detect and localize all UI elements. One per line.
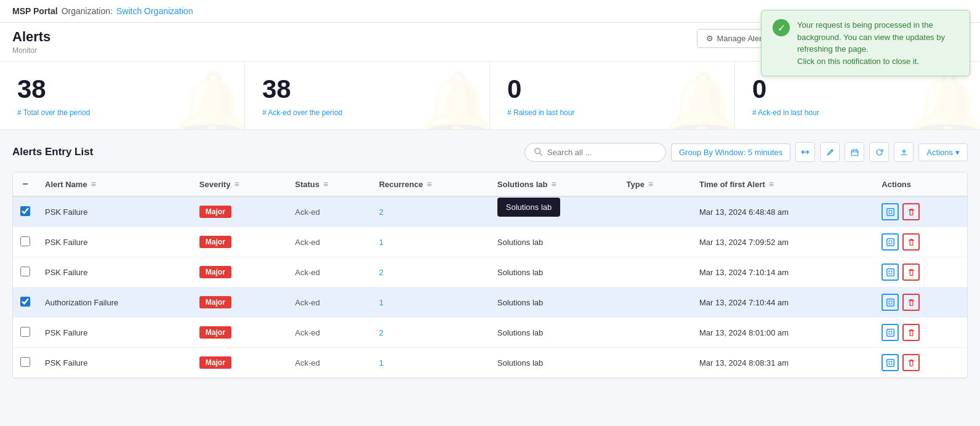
row-solutions-lab: Solutions lab [490,257,619,287]
row-checkbox-1[interactable] [20,236,30,246]
status-menu-icon[interactable]: ≡ [323,179,328,189]
row-checkbox-cell [13,348,38,378]
alert-name-menu-icon[interactable]: ≡ [91,179,96,189]
row-actions [874,227,967,257]
recurrence-link[interactable]: 2 [379,207,384,217]
row-time: Mar 13, 2024 8:08:31 am [692,348,874,378]
row-status: Ack-ed [287,348,371,378]
row-recurrence: 1 [372,287,490,318]
switch-org-link[interactable]: Switch Organization [116,6,193,16]
recurrence-link[interactable]: 2 [379,268,384,277]
solutions-lab-menu-icon[interactable]: ≡ [551,179,556,189]
delete-button-0[interactable] [902,203,920,220]
calendar-button[interactable] [845,142,864,162]
severity-badge: Major [199,266,231,278]
actions-dropdown-button[interactable]: Actions ▾ [918,143,968,161]
row-checkbox-5[interactable] [20,357,30,367]
stat-card-2: 0 # Raised in last hour 🔔 [490,62,735,129]
row-status: Ack-ed [287,196,371,227]
row-type [619,257,692,287]
row-checkbox-cell [13,227,38,257]
recurrence-link[interactable]: 1 [379,238,384,247]
delete-button-4[interactable] [902,324,920,341]
recurrence-menu-icon[interactable]: ≡ [427,179,432,189]
recurrence-link[interactable]: 1 [379,358,384,368]
row-actions [874,196,967,227]
expand-button-1[interactable] [882,233,899,251]
row-recurrence: 1 [372,227,490,257]
table-row: PSK Failure Major Ack-ed 2 Solutions lab… [13,318,967,348]
search-input[interactable] [547,148,657,157]
group-by-selector[interactable]: Group By Window: 5 minutes [671,143,790,161]
recurrence-link[interactable]: 2 [379,328,384,337]
row-type [619,227,692,257]
row-actions [874,257,967,287]
row-time: Mar 13, 2024 8:01:00 am [692,318,874,348]
row-solutions-lab: Solutions lab [490,196,619,227]
delete-button-3[interactable] [902,294,920,311]
row-alert-name: PSK Failure [38,318,192,348]
delete-button-1[interactable] [902,233,920,251]
upload-button[interactable] [894,142,914,162]
stat-card-0: 38 # Total over the period 🔔 [0,62,245,129]
row-checkbox-cell [13,196,38,227]
row-recurrence: 2 [372,196,490,227]
row-status: Ack-ed [287,227,371,257]
row-recurrence: 1 [372,348,490,378]
expand-button-2[interactable] [882,263,899,281]
alerts-section: Alerts Entry List Group By Window: 5 min… [0,130,980,391]
table-row: Authorization Failure Major Ack-ed 1 Sol… [13,287,967,318]
edit-button[interactable] [820,142,840,162]
row-severity: Major [192,287,287,318]
row-checkbox-2[interactable] [20,267,30,276]
row-severity: Major [192,227,287,257]
svg-line-1 [540,153,542,155]
msp-label: MSP Portal [12,6,58,16]
refresh-button[interactable] [869,142,889,162]
th-alert-name: Alert Name ≡ [38,172,192,196]
expand-arrows-button[interactable] [795,142,815,162]
notification-text: Your request is being processed in the b… [797,19,958,67]
time-menu-icon[interactable]: ≡ [769,179,774,189]
th-time: Time of first Alert ≡ [692,172,874,196]
page-title: Alerts [12,29,50,45]
table-row: PSK Failure Major Ack-ed 2 Solutions lab… [13,257,967,287]
recurrence-link[interactable]: 1 [379,298,384,307]
row-action-icons [882,233,960,251]
delete-button-2[interactable] [902,263,920,281]
row-status: Ack-ed [287,287,371,318]
row-checkbox-3[interactable] [20,297,30,307]
expand-button-4[interactable] [882,324,899,341]
row-alert-name: PSK Failure [38,196,192,227]
expand-button-3[interactable] [882,294,899,311]
alerts-entry-list-title: Alerts Entry List [12,146,93,158]
svg-rect-8 [887,359,894,366]
severity-menu-icon[interactable]: ≡ [234,179,239,189]
row-solutions-lab: Solutions lab [490,287,619,318]
row-severity: Major [192,318,287,348]
gear-icon: ⚙ [706,34,713,43]
row-type [619,318,692,348]
search-box[interactable] [524,143,666,162]
expand-button-5[interactable] [882,354,899,371]
row-checkbox-4[interactable] [20,327,30,337]
svg-rect-2 [851,150,858,155]
row-actions [874,287,967,318]
row-recurrence: 2 [372,257,490,287]
alerts-table: − Alert Name ≡ Severity ≡ [12,172,968,379]
type-menu-icon[interactable]: ≡ [648,179,653,189]
row-severity: Major [192,257,287,287]
delete-button-5[interactable] [902,354,920,371]
row-action-icons [882,324,960,341]
group-by-label: Group By Window: [679,148,745,157]
expand-button-0[interactable] [882,203,899,220]
row-time: Mar 13, 2024 7:10:44 am [692,287,874,318]
severity-badge: Major [199,206,231,218]
svg-rect-4 [887,238,894,245]
notification-toast[interactable]: ✓ Your request is being processed in the… [761,10,970,76]
stat-bg-icon-0: 🔔 [174,68,245,129]
row-checkbox-0[interactable] [20,206,30,216]
row-time: Mar 13, 2024 6:48:48 am [692,196,874,227]
alerts-header: Alerts Entry List Group By Window: 5 min… [12,142,968,162]
row-alert-name: PSK Failure [38,348,192,378]
